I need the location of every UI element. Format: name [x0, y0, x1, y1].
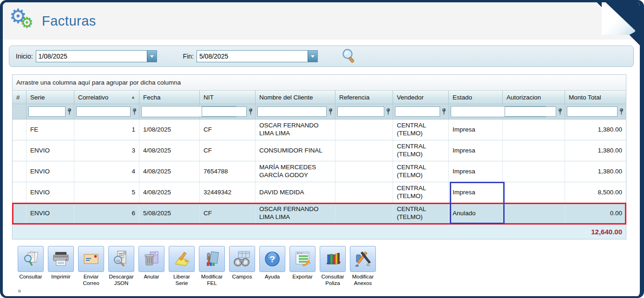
cell-estado: Impresa	[449, 182, 503, 203]
header-autorizacion[interactable]: Autorizacion	[503, 91, 565, 104]
cell-monto: 1,380.00	[565, 119, 626, 140]
filter-pin-icon[interactable]	[558, 108, 563, 116]
trash-document-icon	[143, 250, 160, 268]
cell-monto: 0.00	[565, 203, 626, 224]
cell-cliente: OSCAR FERNANDO LIMA LIMA	[256, 203, 335, 224]
filter-monto-cell	[565, 104, 626, 119]
spreadsheet-export-icon	[293, 250, 312, 268]
filter-referencia-input[interactable]	[337, 106, 384, 117]
table-row[interactable]: FE 1 1/08/2025 CF OSCAR FERNANDO LIMA LI…	[13, 119, 626, 140]
cell-estado: Anulado	[449, 203, 503, 224]
cell-fecha: 4/08/2025	[139, 140, 200, 161]
cell-monto: 1,380.00	[565, 140, 626, 161]
cell-serie: ENVIO	[26, 203, 74, 224]
cell-referencia	[335, 119, 393, 140]
page-title: Facturas	[42, 13, 96, 29]
sort-asc-icon: ▲	[131, 95, 135, 99]
question-icon: ?	[263, 250, 281, 268]
cell-fecha: 5/08/2025	[139, 203, 200, 224]
header-monto-total[interactable]: Monto Total	[565, 91, 626, 104]
fin-date-combo[interactable]	[197, 50, 318, 62]
header-referencia[interactable]: Referencia	[335, 91, 393, 104]
filter-correlativo-input[interactable]	[76, 106, 131, 117]
inicio-date-combo[interactable]	[36, 50, 157, 62]
table-row[interactable]: ENVIO 5 4/08/2025 32449342 DAVID MEDIDA …	[13, 182, 626, 203]
table-row[interactable]: ENVIO 6 5/08/2025 CF OSCAR FERNANDO LIMA…	[13, 203, 626, 224]
filter-pin-icon[interactable]	[386, 108, 391, 116]
group-by-panel[interactable]: Arrastre una columna aquí para agrupar p…	[13, 75, 626, 91]
invoices-grid: Arrastre una columna aquí para agrupar p…	[12, 74, 626, 239]
filter-referencia-cell	[335, 104, 393, 119]
header-estado[interactable]: Estado	[449, 91, 503, 104]
chevron-down-icon	[311, 55, 315, 58]
filter-pin-icon[interactable]	[328, 108, 333, 116]
cell-cliente: MARÍA MERCEDES GARCÍA GODOY	[256, 161, 335, 182]
cell-fecha: 1/08/2025	[139, 119, 200, 140]
svg-text:?: ?	[269, 254, 275, 264]
filter-autorizacion-cell	[503, 104, 565, 119]
header-cliente[interactable]: Nombre del Cliente	[256, 91, 335, 104]
app-header: ⚙ ⚙ Facturas	[3, 2, 640, 40]
notepad-pencil-icon	[172, 250, 191, 268]
cell-referencia	[335, 140, 393, 161]
anular-button[interactable]: Anular	[138, 246, 165, 280]
cell-serie: ENVIO	[26, 140, 74, 161]
inicio-dropdown-button[interactable]	[147, 51, 157, 62]
header-fecha[interactable]: Fecha	[139, 91, 200, 104]
filter-vendedor-input[interactable]	[395, 106, 440, 117]
campos-button[interactable]: Campos	[228, 246, 256, 280]
summary-row: 12,640.00	[13, 224, 626, 239]
filter-pin-icon[interactable]	[67, 108, 72, 116]
table-row[interactable]: ENVIO 3 4/08/2025 CF CONSUMIDOR FINAL CE…	[13, 140, 626, 161]
cell-referencia	[335, 161, 393, 182]
imprimir-button[interactable]: Imprimir	[47, 246, 75, 280]
cell-cliente: OSCAR FERNANDO LIMA LIMA	[256, 119, 335, 140]
cell-monto: 1,380.00	[565, 161, 626, 182]
liberar-serie-button[interactable]: Liberar Serie	[168, 246, 196, 287]
consultar-button[interactable]: Consultar	[17, 246, 45, 280]
filter-pin-icon[interactable]	[441, 108, 447, 116]
resize-grip[interactable]	[18, 290, 21, 292]
filter-pin-icon[interactable]	[619, 108, 624, 116]
header-nit[interactable]: NIT	[200, 91, 256, 104]
inicio-date-input[interactable]	[36, 51, 147, 62]
header-correlativo[interactable]: Correlativo▲	[74, 91, 139, 104]
printer-icon	[52, 250, 70, 268]
fin-dropdown-button[interactable]	[308, 51, 317, 62]
svg-text:og: og	[116, 258, 120, 263]
filter-pin-icon[interactable]	[132, 108, 137, 116]
fin-date-input[interactable]	[197, 51, 308, 62]
envelope-icon	[82, 251, 100, 267]
cell-vendedor: CENTRAL (TELMO)	[393, 161, 449, 182]
chevron-down-icon	[150, 55, 154, 58]
inicio-label: Inicio:	[16, 53, 33, 60]
filter-monto-input[interactable]	[567, 106, 618, 117]
cell-vendedor: CENTRAL (TELMO)	[393, 119, 449, 140]
consultar-poliza-button[interactable]: Consultar Poliza	[319, 246, 347, 287]
table-row[interactable]: ENVIO 4 4/08/2025 7654788 MARÍA MERCEDES…	[13, 161, 626, 182]
header-serie[interactable]: Serie	[26, 91, 74, 104]
search-icon[interactable]	[341, 48, 357, 65]
cell-monto: 8,500.00	[565, 182, 626, 203]
filter-correlativo-cell	[74, 104, 139, 119]
descargar-json-button[interactable]: og Descargar JSON	[107, 246, 135, 287]
filter-serie-cell	[26, 104, 74, 119]
filter-autorizacion-input[interactable]	[505, 106, 556, 117]
filter-serie-input[interactable]	[28, 106, 66, 117]
cell-correlativo: 1	[74, 119, 139, 140]
cell-referencia	[335, 203, 393, 224]
filter-pin-icon[interactable]	[248, 108, 253, 116]
filter-cliente-input[interactable]	[257, 106, 327, 117]
modificar-fel-button[interactable]: Modificar FEL	[198, 246, 226, 287]
enviar-correo-button[interactable]: Enviar Correo	[77, 246, 105, 287]
grid-body: FE 1 1/08/2025 CF OSCAR FERNANDO LIMA LI…	[13, 119, 626, 224]
ayuda-button[interactable]: ? Ayuda	[258, 246, 286, 280]
cell-cliente: CONSUMIDOR FINAL	[256, 140, 335, 161]
filter-nit-input[interactable]	[202, 106, 247, 117]
modificar-anexos-button[interactable]: Modificar Anexos	[349, 246, 377, 287]
cell-fecha: 4/08/2025	[139, 161, 200, 182]
exportar-button[interactable]: Exportar	[289, 246, 316, 280]
header-vendedor[interactable]: Vendedor	[393, 91, 449, 104]
header-number[interactable]: #	[13, 91, 26, 104]
cell-nit: CF	[200, 119, 256, 140]
